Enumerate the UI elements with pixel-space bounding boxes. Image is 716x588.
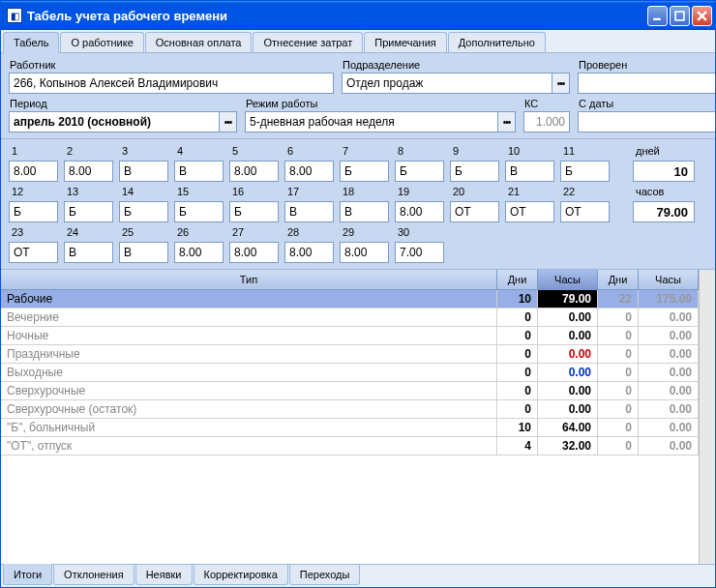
kc-input[interactable] [523, 111, 570, 132]
day-label-27: 27 [229, 224, 283, 240]
maximize-button[interactable] [670, 6, 690, 26]
bottom-tab-3[interactable]: Корректировка [194, 565, 288, 585]
day-label-1: 1 [9, 143, 62, 159]
scrollbar[interactable] [699, 270, 715, 564]
tab-3[interactable]: Отнесение затрат [253, 32, 363, 52]
employee-input[interactable] [9, 73, 334, 94]
summary-row-4[interactable]: Выходные00.0000.00 [1, 364, 699, 382]
employee-label: Работник [9, 59, 334, 71]
col-header-hours1[interactable]: Часы [538, 270, 598, 289]
summary-row-0[interactable]: Рабочие1079.0022175.00 [1, 290, 699, 309]
ellipsis-icon: ••• [503, 117, 511, 128]
window-title: Табель учета рабочего времени [27, 9, 647, 23]
day-cell-17[interactable] [284, 201, 334, 222]
summary-header: Тип Дни Часы Дни Часы [1, 270, 699, 290]
tab-5[interactable]: Дополнительно [448, 32, 546, 52]
hours-total[interactable] [633, 201, 695, 222]
day-cell-27[interactable] [229, 242, 279, 263]
bottom-tab-2[interactable]: Неявки [135, 565, 193, 585]
day-cell-19[interactable] [395, 201, 444, 222]
day-cell-7[interactable] [340, 161, 389, 182]
calendar-panel: 1234567891011121314151617181920212223242… [1, 139, 715, 270]
day-label-19: 19 [395, 184, 448, 199]
mode-picker-button[interactable]: ••• [498, 111, 516, 132]
day-cell-6[interactable] [284, 161, 334, 182]
day-cell-4[interactable] [174, 161, 224, 182]
day-label-2: 2 [64, 143, 117, 159]
day-cell-22[interactable] [560, 201, 610, 222]
day-cell-16[interactable] [229, 201, 279, 222]
tab-4[interactable]: Примечания [364, 32, 447, 52]
period-picker-button[interactable]: ••• [220, 111, 237, 132]
day-cell-23[interactable] [9, 242, 58, 263]
col-header-days2[interactable]: Дни [598, 270, 639, 289]
from-date-input[interactable] [578, 111, 715, 132]
day-cell-28[interactable] [284, 242, 334, 263]
tab-0[interactable]: Табель [3, 32, 59, 53]
day-label-30: 30 [395, 224, 448, 240]
day-cell-25[interactable] [119, 242, 168, 263]
day-label-20: 20 [450, 184, 503, 199]
day-label-29: 29 [340, 224, 393, 240]
day-cell-29[interactable] [340, 242, 389, 263]
period-input[interactable] [9, 111, 220, 132]
day-cell-2[interactable] [64, 161, 113, 182]
day-cell-1[interactable] [9, 161, 58, 182]
department-picker-button[interactable]: ••• [552, 73, 570, 94]
col-header-days1[interactable]: Дни [497, 270, 538, 289]
summary-row-7[interactable]: "Б", больничный1064.0000.00 [1, 419, 699, 437]
period-label: Период [9, 98, 237, 109]
day-cell-20[interactable] [450, 201, 499, 222]
day-label-11: 11 [560, 143, 613, 159]
summary-row-2[interactable]: Ночные00.0000.00 [1, 327, 699, 345]
minimize-button[interactable] [647, 6, 668, 26]
verified-input[interactable] [578, 73, 715, 94]
day-label-6: 6 [284, 143, 338, 159]
day-cell-21[interactable] [505, 201, 554, 222]
tab-1[interactable]: О работнике [60, 32, 143, 52]
form-panel: Работник Подразделение ••• Проверен [1, 53, 715, 139]
day-cell-18[interactable] [340, 201, 389, 222]
day-label-28: 28 [284, 224, 338, 240]
day-cell-8[interactable] [395, 161, 444, 182]
day-cell-15[interactable] [174, 201, 224, 222]
day-cell-26[interactable] [174, 242, 224, 263]
department-input[interactable] [342, 73, 552, 94]
bottom-tab-1[interactable]: Отклонения [53, 565, 134, 585]
summary-row-1[interactable]: Вечерние00.0000.00 [1, 309, 699, 327]
days-label: дней [633, 143, 695, 159]
day-label-24: 24 [64, 224, 117, 240]
day-label-22: 22 [560, 184, 613, 199]
verified-label: Проверен [578, 59, 690, 71]
day-cell-10[interactable] [505, 161, 554, 182]
bottom-tab-4[interactable]: Переходы [289, 565, 361, 585]
days-total[interactable] [633, 161, 695, 182]
summary-row-5[interactable]: Сверхурочные00.0000.00 [1, 382, 699, 400]
day-cell-11[interactable] [560, 161, 610, 182]
summary-row-8[interactable]: "ОТ", отпуск432.0000.00 [1, 437, 699, 456]
close-button[interactable] [692, 6, 712, 26]
summary-row-6[interactable]: Сверхурочные (остаток)00.0000.00 [1, 400, 699, 419]
day-cell-9[interactable] [450, 161, 499, 182]
mode-input[interactable] [245, 111, 498, 132]
day-label-8: 8 [395, 143, 448, 159]
day-cell-5[interactable] [229, 161, 279, 182]
day-cell-3[interactable] [119, 161, 168, 182]
day-label-16: 16 [229, 184, 283, 199]
summary-panel: Тип Дни Часы Дни Часы Рабочие1079.002217… [1, 270, 715, 587]
day-cell-14[interactable] [119, 201, 168, 222]
top-tabs: ТабельО работникеОсновная оплатаОтнесени… [1, 30, 715, 53]
tab-2[interactable]: Основная оплата [145, 32, 253, 52]
day-label-26: 26 [174, 224, 227, 240]
client-area: Работник Подразделение ••• Проверен [1, 53, 715, 587]
day-cell-13[interactable] [64, 201, 113, 222]
day-label-31 [450, 224, 503, 240]
col-header-type[interactable]: Тип [1, 270, 497, 289]
day-cell-30[interactable] [395, 242, 444, 263]
day-label-5: 5 [229, 143, 283, 159]
day-cell-12[interactable] [9, 201, 58, 222]
col-header-hours2[interactable]: Часы [639, 270, 699, 289]
bottom-tab-0[interactable]: Итоги [3, 564, 52, 585]
day-cell-24[interactable] [64, 242, 113, 263]
summary-row-3[interactable]: Праздничные00.0000.00 [1, 345, 699, 364]
